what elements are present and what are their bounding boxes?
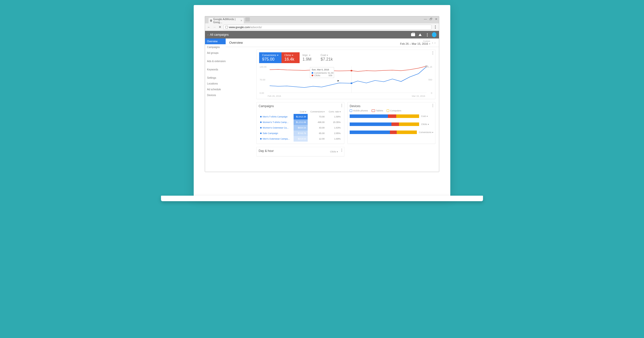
- card-more-icon[interactable]: [341, 149, 342, 152]
- sidebar-item-adschedule[interactable]: Ad schedule: [205, 87, 226, 92]
- briefcase-icon[interactable]: [411, 32, 415, 37]
- sidebar-item-devices[interactable]: Devices: [205, 92, 226, 98]
- col-convrate[interactable]: Conv. rate ▾: [326, 109, 342, 114]
- url-path: /adwords/: [250, 26, 262, 29]
- main-pane: Overview Custom Feb 26 – Mar 15, 2016▾ ‹…: [226, 38, 439, 172]
- y-left-top: 140.00: [260, 66, 267, 68]
- metric-impressions[interactable]: Impr. 1.9M: [300, 52, 318, 63]
- laptop-base: [161, 196, 483, 201]
- new-tab-button[interactable]: [245, 17, 250, 21]
- svg-point-3: [350, 82, 352, 84]
- date-prev-icon[interactable]: ‹: [432, 41, 433, 44]
- chevron-down-icon: ▾: [429, 43, 430, 45]
- y-right-mid: 550: [428, 78, 432, 81]
- tooltip-date: Sun, Mar 6, 2016: [312, 68, 332, 71]
- computer-icon: [387, 109, 389, 112]
- url-domain: www.google.com: [229, 26, 250, 29]
- y-left-mid: 70.00: [260, 78, 265, 81]
- page-info-icon[interactable]: [225, 26, 228, 28]
- date-range-type: Custom: [400, 40, 430, 42]
- col-cost[interactable]: Cost ▾: [294, 109, 308, 114]
- metric-clicks[interactable]: Clicks 16.4k: [281, 52, 300, 63]
- device-bar-row: Cost ▾: [350, 114, 433, 118]
- header-more-icon[interactable]: [425, 32, 429, 37]
- close-tab-icon[interactable]: ×: [240, 19, 242, 22]
- sidebar-item-ads-extensions[interactable]: Ads & extensions: [205, 58, 226, 64]
- svg-point-4: [425, 65, 428, 68]
- sidebar-item-keywords[interactable]: Keywords: [205, 67, 226, 72]
- x-start: Feb 26, 2016: [268, 95, 281, 97]
- table-row[interactable]: Men's T-shirts Campaign $2,912.3473.001.…: [259, 114, 342, 119]
- device-bar-row: Clicks ▾: [350, 122, 433, 126]
- browser-tab[interactable]: Google AdWords | Goog... ×: [209, 18, 244, 23]
- trend-chart: 140.00 70.00 0.00 1.1k 550 0 Feb 26, 201…: [259, 65, 433, 97]
- page-header: Overview Custom Feb 26 – Mar 15, 2016▾ ‹…: [226, 38, 439, 47]
- y-right-bot: 0: [431, 92, 432, 94]
- campaigns-table: Cost ▾ Conversions ▾ Conv. rate ▾ Men's …: [259, 109, 342, 142]
- sidebar: Overview Campaigns Ad groups Ads & exten…: [205, 38, 226, 172]
- stop-icon[interactable]: ✕: [218, 25, 222, 29]
- date-next-icon[interactable]: ›: [434, 41, 435, 44]
- devices-legend: Mobile phones Tablets Computers: [350, 109, 433, 112]
- table-row[interactable]: Women's T-shirts Camp... $1,211.06498.00…: [259, 119, 342, 125]
- app-content: Overview Campaigns Ad groups Ads & exten…: [205, 38, 439, 172]
- maximize-icon[interactable]: 🗗: [429, 17, 432, 21]
- tab-title: Google AdWords | Goog...: [213, 18, 239, 24]
- browser-window: Google AdWords | Goog... × — 🗗 ✕ ← → ✕ w…: [205, 16, 439, 172]
- chart-tooltip: Sun, Mar 6, 2016 Conversions51.00 Clicks…: [310, 67, 334, 78]
- overview-chart-card: Conversions 975.00 Clicks 16.4k Impr. 1.…: [256, 50, 435, 99]
- close-window-icon[interactable]: ✕: [435, 17, 437, 21]
- y-right-top: 1.1k: [428, 66, 432, 68]
- metric-conversions[interactable]: Conversions 975.00: [259, 52, 281, 63]
- x-end: Mar 15, 2016: [412, 95, 425, 97]
- avatar[interactable]: [432, 32, 436, 37]
- minimize-icon[interactable]: —: [424, 17, 427, 21]
- y-left-bot: 0.00: [260, 92, 264, 94]
- table-row[interactable]: Women's Outerwear Ca... $934.5443.001.63…: [259, 125, 342, 131]
- sidebar-item-locations[interactable]: Locations: [205, 81, 226, 87]
- nav-chevron-icon[interactable]: ›: [208, 33, 208, 36]
- devices-card: Devices Mobile phones Tablets Computers …: [347, 102, 435, 144]
- date-range-value: Feb 26 – Mar 15, 2016: [400, 42, 428, 45]
- mobile-icon: [350, 109, 352, 112]
- metric-cost[interactable]: Cost $7.21k: [318, 52, 336, 63]
- metric-tabs: Conversions 975.00 Clicks 16.4k Impr. 1.…: [259, 52, 433, 63]
- dayhour-title: Day & hour: [259, 149, 330, 153]
- svg-point-2: [350, 70, 352, 71]
- back-icon[interactable]: ←: [207, 25, 211, 29]
- sidebar-item-overview[interactable]: Overview: [205, 38, 226, 44]
- date-pager: ‹ ›: [432, 41, 435, 44]
- browser-tab-strip: Google AdWords | Goog... × — 🗗 ✕: [205, 16, 439, 23]
- browser-menu-icon[interactable]: [433, 25, 437, 30]
- bell-icon[interactable]: [418, 32, 422, 37]
- table-row[interactable]: Sale Campaign $743.7965.002.85%: [259, 131, 342, 136]
- page-title: Overview: [229, 41, 243, 45]
- col-conversions[interactable]: Conversions ▾: [308, 109, 326, 114]
- date-range-picker[interactable]: Custom Feb 26 – Mar 15, 2016▾: [400, 40, 430, 45]
- sidebar-item-adgroups[interactable]: Ad groups: [205, 50, 226, 56]
- card-more-icon[interactable]: [341, 104, 342, 107]
- url-input[interactable]: www.google.com/adwords/: [224, 25, 431, 30]
- table-row[interactable]: Men's Outerwear Campa... $218.5412.001.6…: [259, 136, 342, 142]
- sidebar-item-settings[interactable]: Settings: [205, 75, 226, 81]
- laptop-frame: Google AdWords | Goog... × — 🗗 ✕ ← → ✕ w…: [194, 5, 450, 196]
- sidebar-item-campaigns[interactable]: Campaigns: [205, 44, 226, 50]
- breadcrumb-title: All campaigns: [210, 33, 229, 36]
- browser-address-bar: ← → ✕ www.google.com/adwords/: [205, 23, 439, 31]
- forward-icon[interactable]: →: [213, 25, 216, 29]
- dayhour-metric[interactable]: Clicks▾: [330, 150, 342, 153]
- window-controls: — 🗗 ✕: [424, 17, 437, 21]
- app-header-bar: › All campaigns: [205, 31, 439, 38]
- devices-title: Devices: [350, 104, 433, 108]
- card-more-icon[interactable]: [432, 51, 433, 55]
- tablet-icon: [372, 109, 375, 112]
- card-more-icon[interactable]: [432, 104, 433, 107]
- tab-favicon: [210, 19, 212, 22]
- device-bar-row: Conversions ▾: [350, 131, 433, 134]
- campaigns-card: Campaigns Cost ▾ Conversions ▾ Conv. rat…: [256, 102, 344, 144]
- dayhour-card: Day & hour Clicks▾: [256, 147, 344, 156]
- campaigns-title: Campaigns: [259, 104, 342, 108]
